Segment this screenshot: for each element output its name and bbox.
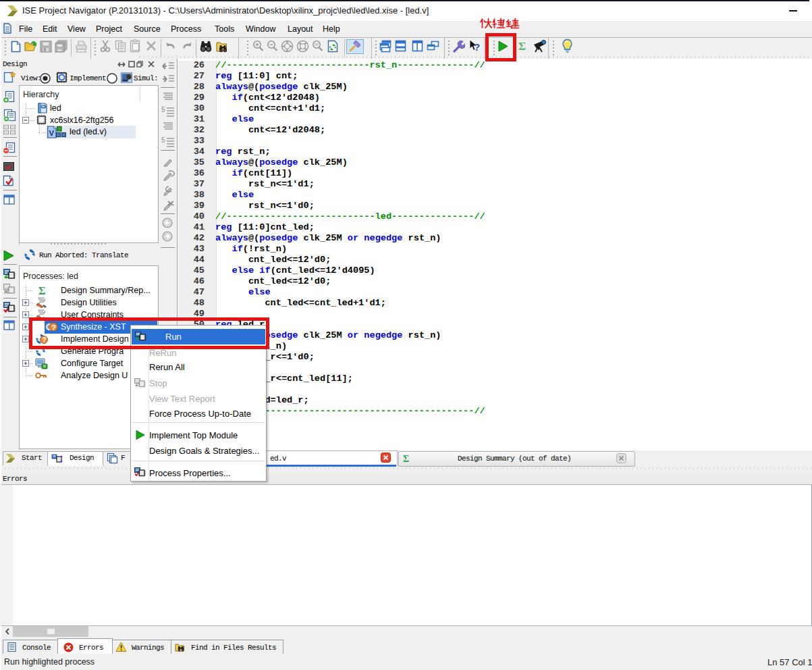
svg-text:V: V bbox=[49, 129, 55, 137]
svg-text:5: 5 bbox=[161, 106, 165, 113]
svg-text:Σ: Σ bbox=[38, 285, 45, 297]
svg-text:5: 5 bbox=[161, 136, 165, 144]
svg-text:Σ: Σ bbox=[403, 454, 409, 464]
svg-text:?: ? bbox=[474, 41, 480, 53]
svg-text:Σ: Σ bbox=[518, 40, 526, 53]
